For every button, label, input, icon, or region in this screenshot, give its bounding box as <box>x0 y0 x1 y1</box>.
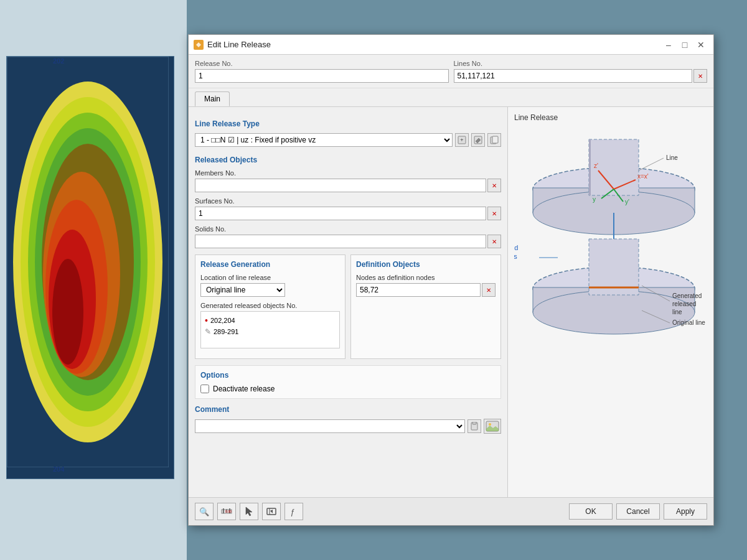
svg-text:line: line <box>672 309 682 315</box>
close-button[interactable]: ✕ <box>693 38 708 52</box>
svg-text:0.00: 0.00 <box>225 510 232 513</box>
release-type-edit-button[interactable] <box>471 133 485 147</box>
lines-no-clear-button[interactable]: ✕ <box>693 69 707 83</box>
comment-select[interactable] <box>195 419 465 433</box>
svg-text:ƒ: ƒ <box>290 507 294 516</box>
release-type-row: 1 - □□N ☑ | uz : Fixed if positive vz + <box>195 133 501 147</box>
generated-item-2: ✎ 289-291 <box>205 327 336 336</box>
nodes-label: Nodes as definition nodes <box>356 274 496 281</box>
diagram-title: Line Release <box>514 113 707 122</box>
line-release-diagram: z' x=x' y' y <box>514 127 707 407</box>
location-select[interactable]: Original lineCopy of original line <box>200 283 285 297</box>
lines-no-label: Lines No. <box>454 60 708 67</box>
tabs-row: Main <box>189 88 713 107</box>
generated-label: Generated released objects No. <box>200 302 340 309</box>
release-no-input[interactable] <box>195 69 449 83</box>
cancel-button[interactable]: Cancel <box>616 503 660 520</box>
solids-no-label: Solids No. <box>195 225 501 233</box>
apply-button[interactable]: Apply <box>664 503 707 520</box>
dot-icon-1: • <box>205 315 208 325</box>
edit-line-release-dialog: Edit Line Release – □ ✕ Release No. Line… <box>188 34 714 526</box>
svg-text:z': z' <box>594 162 598 169</box>
solids-no-clear-button[interactable]: ✕ <box>487 235 501 248</box>
release-type-new-button[interactable]: + <box>455 133 469 147</box>
header-section: Release No. Lines No. ✕ <box>189 55 713 88</box>
options-section: Options Deactivate release <box>195 365 501 399</box>
generated-group: Generated released objects No. • 202,204… <box>200 302 340 348</box>
svg-text:y': y' <box>625 198 629 205</box>
toolbar-search-button[interactable]: 🔍 <box>195 503 214 520</box>
canvas-background: 202 204 <box>0 0 187 560</box>
toolbar-cursor-button[interactable] <box>240 503 258 520</box>
toolbar-right: OK Cancel Apply <box>569 503 707 520</box>
maximize-button[interactable]: □ <box>677 38 692 52</box>
release-no-label: Release No. <box>195 60 449 67</box>
title-bar-left: Edit Line Release <box>194 40 271 50</box>
svg-text:objects: objects <box>514 253 517 260</box>
contour-svg <box>7 57 169 467</box>
solids-no-row: ✕ <box>195 235 501 248</box>
dialog-title: Edit Line Release <box>207 40 271 49</box>
members-no-group: Members No. ✕ <box>195 169 501 192</box>
left-panel: Line Release Type 1 - □□N ☑ | uz : Fixed… <box>189 107 508 497</box>
canvas-label-bottom: 204 <box>53 465 64 473</box>
pencil-icon-1: ✎ <box>205 327 211 336</box>
location-group: Location of line release Original lineCo… <box>200 274 340 297</box>
surfaces-no-clear-button[interactable]: ✕ <box>487 207 501 220</box>
nodes-input[interactable] <box>356 283 481 297</box>
solids-no-input[interactable] <box>195 235 486 248</box>
bottom-toolbar: 🔍 0.00 <box>189 497 713 525</box>
surfaces-no-group: Surfaces No. ✕ <box>195 197 501 220</box>
release-no-section: Release No. <box>195 60 449 83</box>
ok-button[interactable]: OK <box>569 503 613 520</box>
surfaces-no-label: Surfaces No. <box>195 197 501 205</box>
comment-image-button[interactable] <box>484 419 501 434</box>
members-no-input[interactable] <box>195 179 486 192</box>
generated-value-2: 289-291 <box>214 328 238 335</box>
canvas-viewport <box>6 56 174 479</box>
dialog-content: Line Release Type 1 - □□N ☑ | uz : Fixed… <box>189 107 713 497</box>
options-header: Options <box>200 371 496 381</box>
released-objects-header: Released Objects <box>195 156 501 166</box>
lines-no-row: ✕ <box>454 69 708 83</box>
comment-paste-button[interactable] <box>467 419 481 433</box>
svg-text:y: y <box>593 196 596 203</box>
right-panel: Line Release <box>508 107 713 497</box>
lines-no-input[interactable] <box>454 69 693 83</box>
title-bar: Edit Line Release – □ ✕ <box>189 35 713 55</box>
svg-point-9 <box>52 259 83 365</box>
generated-list: • 202,204 ✎ 289-291 <box>200 311 340 348</box>
solids-no-group: Solids No. ✕ <box>195 225 501 248</box>
two-col-section: Release Generation Location of line rele… <box>195 254 501 359</box>
release-type-copy-button[interactable] <box>487 133 501 147</box>
nodes-clear-button[interactable]: ✕ <box>482 283 496 297</box>
toolbar-function-button[interactable]: ƒ <box>284 503 303 520</box>
toolbar-view-button[interactable] <box>262 503 281 520</box>
svg-text:Generated: Generated <box>672 292 702 299</box>
canvas-label-top: 202 <box>53 57 64 65</box>
surfaces-no-input[interactable] <box>195 207 486 220</box>
svg-text:Line: Line <box>666 154 678 161</box>
lines-no-section: Lines No. ✕ <box>454 60 708 83</box>
generated-item-1: • 202,204 <box>205 315 336 325</box>
svg-text:+: + <box>460 137 463 143</box>
surfaces-no-row: ✕ <box>195 207 501 220</box>
comment-section: Comment <box>195 405 501 434</box>
deactivate-row: Deactivate release <box>200 385 496 393</box>
tab-main[interactable]: Main <box>195 91 230 106</box>
svg-point-20 <box>489 423 491 426</box>
comment-header: Comment <box>195 405 501 415</box>
toolbar-measure-button[interactable]: 0.00 <box>217 503 236 520</box>
deactivate-checkbox[interactable] <box>200 385 209 393</box>
svg-rect-16 <box>492 136 498 143</box>
toolbar-left: 🔍 0.00 <box>195 503 303 520</box>
release-type-select[interactable]: 1 - □□N ☑ | uz : Fixed if positive vz <box>195 133 453 147</box>
nodes-group: Nodes as definition nodes ✕ <box>356 274 496 297</box>
svg-point-41 <box>533 291 695 334</box>
svg-text:Released: Released <box>514 244 518 251</box>
minimize-button[interactable]: – <box>661 38 676 52</box>
svg-marker-57 <box>246 507 252 516</box>
diagram-area: z' x=x' y' y <box>514 127 707 407</box>
svg-text:released: released <box>672 301 696 307</box>
members-no-clear-button[interactable]: ✕ <box>487 179 501 192</box>
